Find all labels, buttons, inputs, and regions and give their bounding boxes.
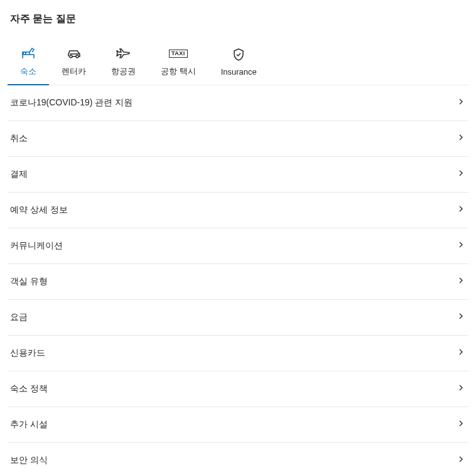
faq-label: 예약 상세 정보 (10, 205, 68, 216)
faq-label: 추가 시설 (10, 419, 48, 430)
faq-label: 취소 (10, 133, 28, 144)
chevron-right-icon (456, 311, 466, 324)
shield-icon (231, 47, 246, 62)
chevron-right-icon (456, 132, 466, 145)
plane-icon (116, 46, 131, 61)
faq-item-room-type[interactable]: 객실 유형 (8, 264, 468, 300)
chevron-right-icon (456, 240, 466, 252)
tab-car-rental[interactable]: 렌터카 (49, 41, 99, 85)
tab-flights[interactable]: 항공권 (99, 41, 148, 85)
faq-item-cancel[interactable]: 취소 (8, 121, 468, 157)
faq-label: 커뮤니케이션 (10, 240, 63, 252)
chevron-right-icon (456, 347, 466, 359)
faq-label: 객실 유형 (10, 276, 48, 287)
faq-label: 요금 (10, 312, 28, 323)
taxi-icon: TAXI (169, 46, 188, 61)
tabs-container: 숙소 렌터카 항공권 TAXI 공항 택시 Insurance (8, 41, 468, 85)
faq-list: 코로나19(COVID-19) 관련 지원 취소 결제 예약 상세 정보 커뮤니 (8, 85, 468, 473)
bed-icon (21, 46, 36, 61)
page-title: 자주 묻는 질문 (8, 13, 468, 26)
faq-item-payment[interactable]: 결제 (8, 157, 468, 193)
tab-accommodation[interactable]: 숙소 (8, 41, 49, 85)
tab-label: 항공권 (111, 66, 136, 77)
faq-item-credit-card[interactable]: 신용카드 (8, 336, 468, 371)
tab-label: Insurance (221, 67, 257, 77)
chevron-right-icon (456, 383, 466, 395)
faq-item-booking-details[interactable]: 예약 상세 정보 (8, 193, 468, 228)
faq-label: 코로나19(COVID-19) 관련 지원 (10, 97, 133, 109)
faq-label: 신용카드 (10, 348, 45, 359)
faq-label: 보안 의식 (10, 455, 48, 466)
chevron-right-icon (456, 418, 466, 431)
chevron-right-icon (456, 97, 466, 109)
tab-airport-taxi[interactable]: TAXI 공항 택시 (148, 41, 208, 85)
faq-item-property-policy[interactable]: 숙소 정책 (8, 371, 468, 407)
faq-label: 숙소 정책 (10, 383, 48, 395)
chevron-right-icon (456, 275, 466, 288)
faq-item-extra-facilities[interactable]: 추가 시설 (8, 407, 468, 443)
chevron-right-icon (456, 168, 466, 181)
car-icon (67, 46, 82, 61)
faq-item-price[interactable]: 요금 (8, 300, 468, 336)
chevron-right-icon (456, 204, 466, 216)
faq-item-security[interactable]: 보안 의식 (8, 443, 468, 473)
tab-label: 렌터카 (62, 66, 86, 77)
faq-label: 결제 (10, 169, 28, 180)
tab-label: 공항 택시 (161, 66, 196, 77)
faq-item-communication[interactable]: 커뮤니케이션 (8, 228, 468, 264)
tab-label: 숙소 (20, 66, 36, 77)
faq-item-covid[interactable]: 코로나19(COVID-19) 관련 지원 (8, 85, 468, 121)
tab-insurance[interactable]: Insurance (208, 41, 269, 85)
chevron-right-icon (456, 454, 466, 467)
